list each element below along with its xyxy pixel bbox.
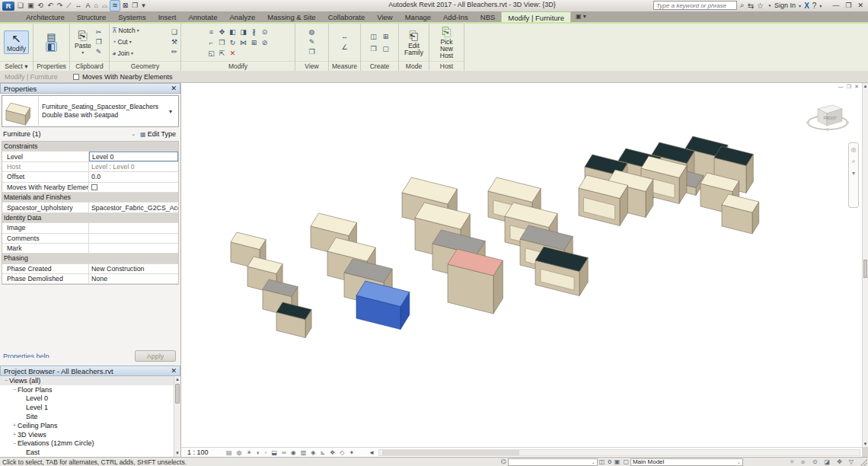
pick-new-host-button[interactable]: ⎘ Pick New Host	[432, 24, 461, 60]
property-value[interactable]: Level 0	[89, 152, 178, 161]
help-search-input[interactable]	[653, 1, 737, 10]
shadows-icon[interactable]: ◐	[257, 449, 260, 456]
design-options-icon[interactable]: ▣	[613, 458, 622, 465]
tab-analyze[interactable]: Analyze	[223, 11, 261, 22]
align-icon[interactable]: ≡	[209, 28, 213, 36]
select-underlay-icon[interactable]: ⌯	[799, 458, 806, 466]
selection-box-icon[interactable]: ❒	[308, 48, 315, 56]
view-minimize-icon[interactable]: —	[838, 84, 844, 90]
trim-icon[interactable]: ⋈	[240, 39, 247, 46]
exchange-apps-icon[interactable]: ⇆	[748, 2, 754, 10]
sun-path-icon[interactable]: ☀	[247, 449, 252, 456]
select-links-icon[interactable]: ⌗	[789, 458, 796, 466]
rotate-icon[interactable]: ↻	[230, 39, 236, 46]
cut-button[interactable]: ◔Cut▾	[112, 37, 169, 47]
property-row[interactable]: Spacestor_UpholsterySpacestor_Fabric_G2C…	[2, 203, 178, 212]
ribbon-state-icon[interactable]: ▣ ▾	[571, 11, 591, 22]
sign-in-button[interactable]: Sign In	[774, 2, 796, 9]
search-icon[interactable]: ⌕	[740, 1, 745, 10]
view-lock-icon[interactable]: ✦	[349, 449, 354, 456]
worksharing-display-icon[interactable]: ◇	[340, 449, 344, 456]
mirror-draw-axis-icon[interactable]: ◨	[240, 28, 247, 36]
offset-icon[interactable]: ⌐	[209, 39, 213, 46]
tab-view[interactable]: View	[371, 11, 398, 22]
moves-with-nearby-checkbox[interactable]: Moves With Nearby Elements	[73, 73, 173, 81]
save-icon[interactable]: ▣	[26, 1, 36, 11]
tree-item-floor-plans[interactable]: −Floor Plans	[0, 385, 174, 394]
array-icon[interactable]: ⊞	[251, 39, 257, 46]
navbar-chevron-icon[interactable]: ▾	[852, 170, 855, 177]
modify-button[interactable]: ↖ Modify	[4, 30, 29, 54]
crop-view-icon[interactable]: ▫	[265, 449, 267, 456]
measure-icon[interactable]: ⟋	[65, 1, 72, 11]
property-row[interactable]: Comments	[2, 234, 178, 244]
checkbox-icon[interactable]	[91, 184, 97, 190]
help-dropdown-icon[interactable]: ▾	[819, 3, 822, 8]
tree-expander-icon[interactable]: −	[11, 387, 18, 392]
join-button[interactable]: ◕Join▾	[112, 49, 169, 59]
create-parts-icon[interactable]: ◫	[370, 33, 377, 40]
view-scale-button[interactable]: 1 : 100	[187, 448, 222, 456]
close-hidden-windows-icon[interactable]: ⊠	[121, 1, 130, 11]
temporary-view-properties-icon[interactable]: ▥	[301, 449, 307, 456]
help-icon[interactable]: ?	[812, 2, 817, 10]
property-value[interactable]	[89, 244, 178, 253]
tab-annotate[interactable]: Annotate	[182, 11, 223, 22]
constraints-icon[interactable]: ⊾	[320, 449, 325, 456]
geometry-panel-label[interactable]: Geometry	[110, 61, 180, 71]
resize-grip[interactable]	[860, 458, 867, 466]
tree-expander-icon[interactable]: −	[11, 441, 18, 446]
close-icon[interactable]: ✕	[171, 85, 177, 92]
close-window-button[interactable]: ✕	[857, 2, 863, 9]
property-value[interactable]: Spacestor_Fabric_G2CS_Accord	[89, 203, 178, 212]
property-value[interactable]	[89, 223, 178, 232]
tree-item-3d-views[interactable]: +3D Views	[0, 430, 174, 439]
scroll-left-icon[interactable]: ◄	[369, 449, 375, 456]
demolish-icon[interactable]: ⚒	[171, 38, 178, 46]
tab-massing-site[interactable]: Massing & Site	[261, 11, 321, 22]
select-panel-label[interactable]: Select ▾	[0, 61, 33, 71]
property-value[interactable]	[89, 234, 178, 243]
thin-lines-icon[interactable]: ≋	[110, 0, 120, 11]
paste-button[interactable]: ⎘ Paste▾	[72, 28, 94, 57]
temporary-hide-isolate-icon[interactable]: ∞	[282, 449, 286, 456]
notch-button[interactable]: ⊼Notch▾	[112, 26, 169, 36]
clipboard-panel-label[interactable]: Clipboard	[70, 61, 109, 71]
view-restore-icon[interactable]: ❐	[847, 84, 851, 90]
navigation-bar[interactable]: ◎ ⌕ ▾	[848, 142, 859, 208]
tab-modify-furniture[interactable]: Modify | Furniture	[501, 11, 571, 22]
delete-icon[interactable]: ✕	[230, 49, 236, 57]
zoom-icon[interactable]: ⌕	[852, 158, 855, 165]
show-crop-icon[interactable]: ⬓	[271, 449, 277, 456]
property-value[interactable]: New Construction	[89, 264, 178, 273]
property-value[interactable]: None	[89, 274, 178, 283]
override-graphics-icon[interactable]: ✎	[308, 38, 316, 46]
scroll-down-icon[interactable]: ▼	[174, 450, 180, 457]
reveal-hidden-icon[interactable]: ◉	[291, 449, 296, 456]
view-panel-label[interactable]: View	[295, 61, 328, 71]
application-menu-button[interactable]: R	[2, 2, 14, 11]
mode-panel-label[interactable]: Mode	[399, 61, 429, 71]
property-row[interactable]: Phase DemolishedNone	[2, 274, 178, 284]
wall-joins-icon[interactable]: ❏	[171, 28, 178, 37]
filter-icon[interactable]: ▽	[847, 458, 855, 466]
tree-item-level-1[interactable]: Level 1	[0, 403, 174, 412]
scroll-up-icon[interactable]: ▲	[863, 84, 868, 88]
scale-icon[interactable]: ◱	[208, 49, 215, 57]
view-cube[interactable]: FRONT	[803, 92, 856, 139]
tab-architecture[interactable]: Architecture	[20, 11, 71, 22]
tab-structure[interactable]: Structure	[71, 11, 113, 22]
create-panel-label[interactable]: Create	[361, 61, 398, 71]
scroll-up-icon[interactable]: ▲	[174, 376, 180, 383]
view-close-icon[interactable]: ✕	[854, 84, 859, 90]
property-row[interactable]: Image	[2, 223, 178, 233]
active-workset-select[interactable]: ⌄	[508, 458, 598, 466]
tree-item-level-0[interactable]: Level 0	[0, 394, 174, 404]
restore-window-button[interactable]: ❐	[845, 2, 851, 9]
tree-item-east[interactable]: East	[0, 448, 174, 457]
category-filter[interactable]: Furniture (1)	[2, 130, 131, 138]
match-icon[interactable]: ⇱	[219, 49, 225, 57]
tab-collaborate[interactable]: Collaborate	[322, 11, 372, 22]
property-row[interactable]: LevelLevel 0	[2, 152, 178, 161]
steering-wheel-icon[interactable]: ◎	[851, 146, 857, 153]
